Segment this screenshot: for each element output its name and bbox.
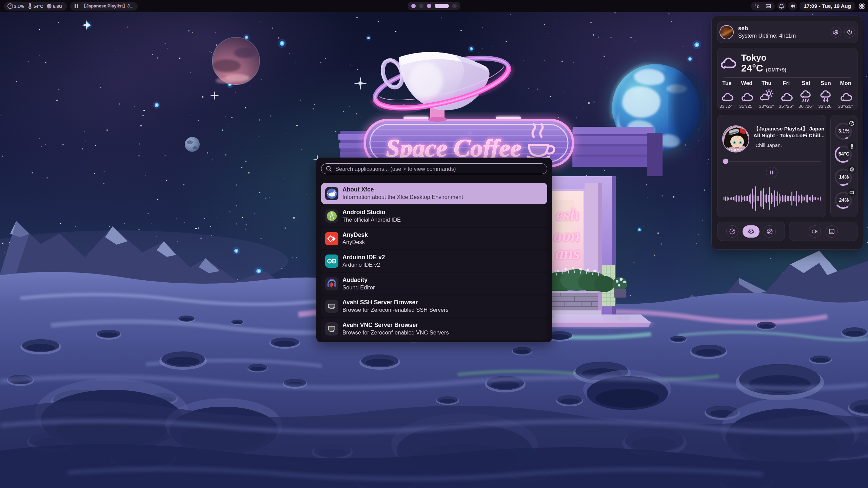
svg-text:C: C bbox=[757, 5, 760, 9]
svg-text:TOKYO L: TOKYO L bbox=[728, 148, 746, 152]
